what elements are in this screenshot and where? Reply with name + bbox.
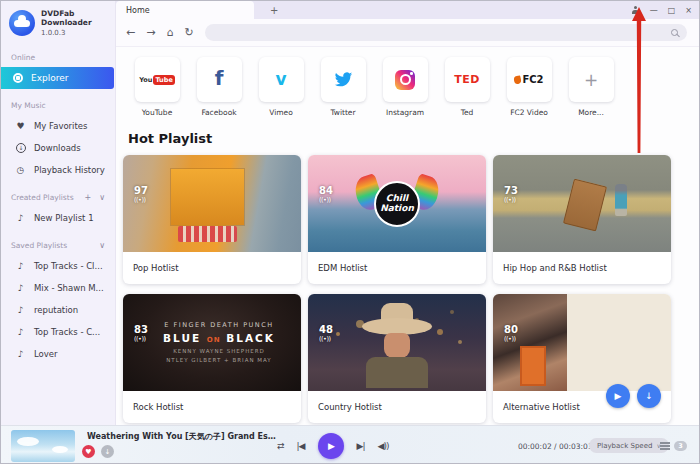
favorite-button[interactable]: ♥ (82, 445, 95, 458)
playback-speed-button[interactable]: Playback Speed ∨ (589, 438, 669, 453)
sidebar-item-my-favorites[interactable]: ♥ My Favorites (1, 115, 115, 137)
playlist-card-hiphop[interactable]: 73((•)) Hip Hop and R&B Hotlist (493, 155, 671, 284)
refresh-button[interactable]: ↻ (184, 26, 193, 39)
playlist-label: Mix - Shawn M... (34, 283, 104, 293)
playlist-grid: 97((•)) Pop Hotlist ChillNation 84((•)) … (123, 155, 700, 423)
youtube-icon: YouTube (139, 75, 175, 85)
created-playlists-header: Created Playlists + ∨ (11, 193, 105, 202)
playlist-card-alternative[interactable]: 80((•)) ▶ ↓ Alternative Hotlist (493, 294, 671, 423)
sidebar-item-mix-shawn[interactable]: ♪ Mix - Shawn M... (1, 277, 115, 299)
my-music-section-label: My Music (11, 101, 115, 110)
download-track-button[interactable]: ↓ (101, 445, 114, 458)
playlist-title: Rock Hotlist (123, 391, 301, 423)
download-playlist-button[interactable]: ↓ (637, 384, 661, 408)
site-vimeo[interactable]: v Vimeo (252, 57, 310, 117)
playlist-note-icon: ♪ (15, 261, 26, 271)
play-pause-button[interactable]: ▶ (318, 433, 344, 459)
playlist-label: Top Tracks - C... (34, 327, 100, 337)
maximize-button[interactable]: □ (668, 6, 676, 15)
browser-toolbar: ← → ⌂ ↻ (116, 19, 700, 47)
playlist-card-pop[interactable]: 97((•)) Pop Hotlist (123, 155, 301, 284)
playback-speed-label: Playback Speed (597, 442, 652, 450)
sidebar-item-top-tracks-2[interactable]: ♪ Top Tracks - C... (1, 321, 115, 343)
close-button[interactable]: × (685, 6, 692, 15)
site-twitter[interactable]: Twitter (314, 57, 372, 117)
site-facebook[interactable]: f Facebook (190, 57, 248, 117)
live-icon: ((•)) (319, 335, 333, 343)
playlist-note-icon: ♪ (15, 349, 26, 359)
previous-button[interactable]: |◀ (297, 441, 305, 451)
my-favorites-label: My Favorites (34, 121, 87, 131)
back-button[interactable]: ← (126, 26, 135, 39)
playlist-card-country[interactable]: 48((•)) Country Hotlist (308, 294, 486, 423)
annotation-arrow (628, 7, 650, 153)
repeat-icon[interactable]: ⇄ (277, 441, 284, 451)
sidebar-item-playback-history[interactable]: ◷ Playback History (1, 159, 115, 181)
app-version: 1.0.0.3 (41, 29, 109, 37)
playlist-note-icon: ♪ (15, 327, 26, 337)
tab-home-label: Home (126, 6, 150, 15)
site-more[interactable]: + More... (562, 57, 620, 117)
more-plus-icon: + (584, 70, 598, 90)
explorer-label: Explorer (31, 73, 68, 83)
chevron-down-icon[interactable]: ∨ (99, 241, 105, 250)
add-playlist-button[interactable]: + (84, 193, 91, 202)
app-name: DVDFab Downloader (41, 9, 109, 27)
live-icon: ((•)) (134, 196, 148, 204)
play-playlist-button[interactable]: ▶ (606, 384, 630, 408)
next-button[interactable]: ▶| (357, 441, 365, 451)
created-playlists-label: Created Playlists (11, 193, 74, 202)
instagram-icon (395, 70, 415, 90)
volume-icon[interactable]: ◀)) (377, 441, 388, 451)
playlist-title: Country Hotlist (308, 391, 486, 423)
site-label: Facebook (201, 108, 236, 117)
sidebar-item-top-tracks-1[interactable]: ♪ Top Tracks - Cl... (1, 255, 115, 277)
sidebar: DVDFab Downloader 1.0.0.3 Online Explore… (1, 1, 116, 425)
sidebar-item-downloads[interactable]: ↓ Downloads (1, 137, 115, 159)
saved-playlists-header: Saved Playlists ∨ (11, 241, 105, 250)
site-label: YouTube (142, 108, 173, 117)
fc2-icon: FC2 (514, 74, 543, 85)
playback-controls: ⇄ |◀ ▶ ▶| ◀)) (277, 426, 388, 464)
playlist-card-rock[interactable]: E FINGER DEATH PUNCH BLUE ON BLACK KENNY… (123, 294, 301, 423)
site-youtube[interactable]: YouTube YouTube (128, 57, 186, 117)
play-count: 84 (319, 185, 333, 196)
search-icon[interactable] (671, 29, 678, 36)
sidebar-item-explorer[interactable]: Explorer (1, 67, 114, 89)
site-fc2[interactable]: FC2 FC2 Video (500, 57, 558, 117)
playback-time: 00:00:02 / 00:03:03 (518, 442, 593, 451)
ted-icon: TED (454, 73, 480, 86)
minimize-button[interactable]: — (650, 6, 658, 15)
home-button[interactable]: ⌂ (166, 26, 173, 39)
sidebar-item-new-playlist-1[interactable]: ♪ New Playlist 1 (1, 207, 115, 229)
address-bar[interactable] (205, 24, 687, 41)
chill-nation-logo: ChillNation (374, 181, 420, 227)
site-label: Twitter (330, 108, 355, 117)
tab-home[interactable]: Home (116, 1, 254, 19)
playlist-label: Lover (34, 349, 58, 359)
playlist-card-edm[interactable]: ChillNation 84((•)) EDM Hotlist (308, 155, 486, 284)
downloads-label: Downloads (34, 143, 81, 153)
main-content: YouTube YouTube f Facebook v Vimeo Twitt… (116, 47, 700, 425)
playlist-title: Pop Hotlist (123, 252, 301, 284)
new-tab-button[interactable]: + (270, 5, 278, 16)
forward-button[interactable]: → (146, 26, 155, 39)
sidebar-item-reputation[interactable]: ♪ reputation (1, 299, 115, 321)
dvdfab-logo-icon (9, 10, 35, 36)
playlist-thumbnail: 80((•)) (493, 294, 671, 391)
playlist-thumbnail: 97((•)) (123, 155, 301, 252)
playlist-thumbnail: 73((•)) (493, 155, 671, 252)
site-ted[interactable]: TED Ted (438, 57, 496, 117)
site-label: More... (578, 108, 604, 117)
sidebar-item-lover[interactable]: ♪ Lover (1, 343, 115, 365)
playlist-note-icon: ♪ (15, 213, 26, 223)
chevron-down-icon[interactable]: ∨ (99, 193, 105, 202)
play-count: 80 (504, 324, 518, 335)
tab-bar: Home + — □ × (116, 1, 700, 19)
site-instagram[interactable]: Instagram (376, 57, 434, 117)
history-clock-icon: ◷ (15, 165, 26, 175)
queue-button[interactable]: 3 (660, 441, 687, 451)
play-count: 97 (134, 185, 148, 196)
now-playing-thumbnail[interactable] (11, 430, 75, 462)
site-label: Instagram (386, 108, 424, 117)
